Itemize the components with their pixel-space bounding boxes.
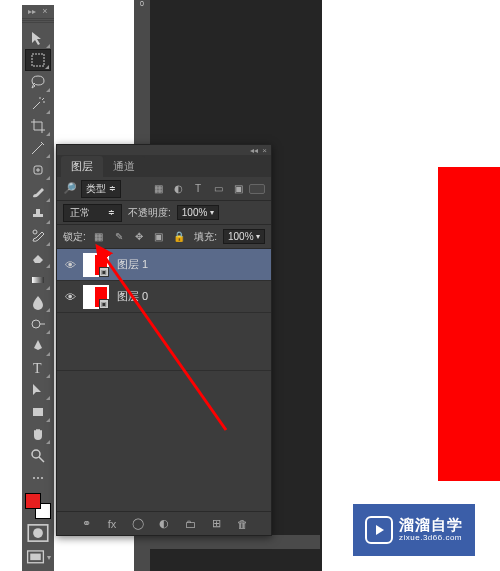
lock-artboard-icon[interactable]: ▣ bbox=[152, 230, 166, 244]
wand-tool[interactable] bbox=[25, 93, 51, 115]
layer-row[interactable]: 👁 ▣ 图层 0 bbox=[57, 281, 271, 313]
color-swatches[interactable] bbox=[25, 493, 51, 519]
layers-panel: ◂◂ × 图层 通道 🔎 类型≑ ▦ ◐ T ▭ ▣ 正常≑ 不透明度: 100… bbox=[56, 144, 272, 536]
lock-icons: ▦ ✎ ✥ ▣ 🔒 bbox=[92, 230, 186, 244]
layer-row[interactable]: 👁 ▣ 图层 1 bbox=[57, 249, 271, 281]
search-icon[interactable]: 🔎 bbox=[63, 182, 77, 195]
path-select-tool[interactable] bbox=[25, 379, 51, 401]
layer-name[interactable]: 图层 1 bbox=[117, 257, 148, 272]
delete-icon[interactable]: 🗑 bbox=[235, 518, 249, 530]
filter-shape-icon[interactable]: ▭ bbox=[211, 182, 225, 196]
pen-tool[interactable] bbox=[25, 335, 51, 357]
crop-tool[interactable] bbox=[25, 115, 51, 137]
filter-icons: ▦ ◐ T ▭ ▣ bbox=[151, 182, 245, 196]
lock-paint-icon[interactable]: ✎ bbox=[112, 230, 126, 244]
filter-pixel-icon[interactable]: ▦ bbox=[151, 182, 165, 196]
visibility-icon[interactable]: 👁 bbox=[57, 259, 83, 271]
eyedropper-tool[interactable] bbox=[25, 137, 51, 159]
tools-panel: ▸▸ × T ▾ bbox=[22, 5, 54, 571]
svg-point-9 bbox=[37, 477, 39, 479]
brush-tool[interactable] bbox=[25, 181, 51, 203]
collapse-icon[interactable]: ◂◂ bbox=[250, 146, 258, 155]
hand-tool[interactable] bbox=[25, 423, 51, 445]
fill-input[interactable]: 100%▾ bbox=[223, 229, 265, 244]
move-tool[interactable] bbox=[25, 27, 51, 49]
svg-point-8 bbox=[33, 477, 35, 479]
blur-tool[interactable] bbox=[25, 291, 51, 313]
foreground-color[interactable] bbox=[25, 493, 41, 509]
panel-grip[interactable] bbox=[22, 17, 54, 23]
svg-point-4 bbox=[32, 320, 40, 328]
ruler-horizontal bbox=[150, 535, 320, 549]
zoom-tool[interactable] bbox=[25, 445, 51, 467]
layers-footer: ⚭ fx ◯ ◐ 🗀 ⊞ 🗑 bbox=[57, 511, 271, 535]
layers-empty-area[interactable] bbox=[57, 371, 271, 511]
tab-channels[interactable]: 通道 bbox=[103, 156, 145, 177]
adjustment-icon[interactable]: ◐ bbox=[157, 517, 171, 530]
edit-toolbar[interactable] bbox=[25, 467, 51, 489]
group-icon[interactable]: 🗀 bbox=[183, 518, 197, 530]
lock-position-icon[interactable]: ✥ bbox=[132, 230, 146, 244]
visibility-icon[interactable]: 👁 bbox=[57, 291, 83, 303]
play-icon bbox=[365, 516, 393, 544]
new-layer-icon[interactable]: ⊞ bbox=[209, 517, 223, 530]
canvas-red-shape bbox=[438, 167, 500, 481]
svg-rect-3 bbox=[32, 277, 44, 283]
svg-rect-0 bbox=[32, 54, 44, 66]
gradient-tool[interactable] bbox=[25, 269, 51, 291]
filter-smart-icon[interactable]: ▣ bbox=[231, 182, 245, 196]
smart-object-icon: ▣ bbox=[99, 299, 109, 309]
svg-rect-6 bbox=[33, 408, 43, 416]
dodge-tool[interactable] bbox=[25, 313, 51, 335]
filter-type-select[interactable]: 类型≑ bbox=[81, 180, 121, 198]
close-icon[interactable]: × bbox=[262, 146, 267, 155]
collapse-icon[interactable]: ▸▸ bbox=[28, 7, 36, 16]
layer-name[interactable]: 图层 0 bbox=[117, 289, 148, 304]
tools-header: ▸▸ × bbox=[22, 5, 54, 17]
blend-row: 正常≑ 不透明度: 100%▾ bbox=[57, 201, 271, 225]
tab-layers[interactable]: 图层 bbox=[61, 156, 103, 177]
mask-icon[interactable]: ◯ bbox=[131, 517, 145, 530]
opacity-label: 不透明度: bbox=[128, 206, 171, 220]
opacity-input[interactable]: 100%▾ bbox=[177, 205, 219, 220]
marquee-tool[interactable] bbox=[25, 49, 51, 71]
svg-point-2 bbox=[33, 230, 37, 234]
svg-rect-14 bbox=[30, 553, 41, 560]
lasso-tool[interactable] bbox=[25, 71, 51, 93]
layer-thumbnail[interactable]: ▣ bbox=[83, 253, 109, 277]
screenmode-tool[interactable]: ▾ bbox=[25, 547, 51, 567]
svg-point-12 bbox=[33, 528, 43, 538]
layers-list: 👁 ▣ 图层 1 👁 ▣ 图层 0 bbox=[57, 249, 271, 371]
svg-point-7 bbox=[32, 450, 40, 458]
blend-mode-select[interactable]: 正常≑ bbox=[63, 204, 122, 222]
close-icon[interactable]: × bbox=[42, 6, 47, 16]
ruler-tick: 0 bbox=[134, 0, 150, 16]
link-icon[interactable]: ⚭ bbox=[79, 517, 93, 530]
filter-type-icon[interactable]: T bbox=[191, 182, 205, 196]
shape-tool[interactable] bbox=[25, 401, 51, 423]
watermark-badge: 溜溜自学 zixue.3d66.com bbox=[353, 504, 475, 556]
layer-filter-row: 🔎 类型≑ ▦ ◐ T ▭ ▣ bbox=[57, 177, 271, 201]
lock-row: 锁定: ▦ ✎ ✥ ▣ 🔒 填充: 100%▾ bbox=[57, 225, 271, 249]
filter-adjust-icon[interactable]: ◐ bbox=[171, 182, 185, 196]
svg-text:T: T bbox=[33, 361, 42, 376]
badge-url: zixue.3d66.com bbox=[399, 534, 463, 543]
smart-object-icon: ▣ bbox=[99, 267, 109, 277]
fx-icon[interactable]: fx bbox=[105, 518, 119, 530]
layer-thumbnail[interactable]: ▣ bbox=[83, 285, 109, 309]
stamp-tool[interactable] bbox=[25, 203, 51, 225]
lock-transparent-icon[interactable]: ▦ bbox=[92, 230, 106, 244]
panel-controls: ◂◂ × bbox=[57, 145, 271, 155]
filter-toggle[interactable] bbox=[249, 184, 265, 194]
history-brush-tool[interactable] bbox=[25, 225, 51, 247]
healing-tool[interactable] bbox=[25, 159, 51, 181]
panel-tabs: 图层 通道 bbox=[57, 155, 271, 177]
type-tool[interactable]: T bbox=[25, 357, 51, 379]
fill-label: 填充: bbox=[194, 230, 217, 244]
lock-all-icon[interactable]: 🔒 bbox=[172, 230, 186, 244]
quickmask-tool[interactable] bbox=[25, 523, 51, 543]
layers-empty-area[interactable] bbox=[57, 313, 271, 371]
lock-label: 锁定: bbox=[63, 230, 86, 244]
eraser-tool[interactable] bbox=[25, 247, 51, 269]
badge-title: 溜溜自学 bbox=[399, 517, 463, 534]
